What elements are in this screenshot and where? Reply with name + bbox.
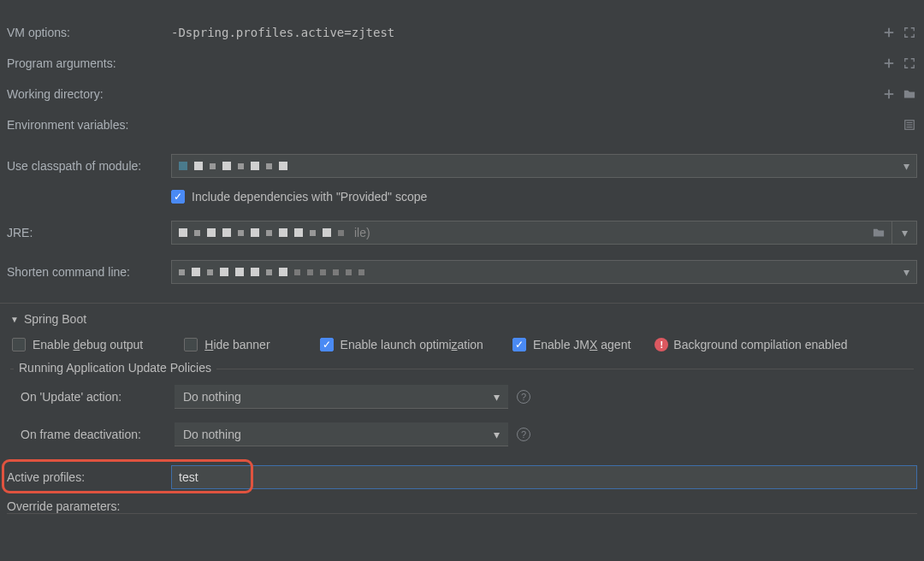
section-title: Spring Boot (24, 312, 86, 326)
add-icon[interactable] (881, 86, 897, 102)
label-classpath-module: Use classpath of module: (7, 159, 171, 173)
row-on-frame-deactivation: On frame deactivation: Do nothing ▾ ? (10, 416, 914, 453)
svg-rect-5 (885, 93, 894, 95)
svg-rect-3 (885, 62, 894, 64)
obscured-value (179, 162, 287, 170)
check-icon (12, 338, 26, 351)
label-on-frame-deactivation: On frame deactivation: (21, 428, 175, 441)
jre-dropdown-button[interactable]: ▾ (891, 221, 917, 245)
check-label: Enable JMX agent (533, 338, 631, 351)
row-shorten-command-line: Shorten command line: ▾ (0, 257, 924, 287)
checkbox-enable-debug-output[interactable]: Enable debug output (12, 338, 143, 351)
label-shorten-command-line: Shorten command line: (7, 265, 171, 279)
warn-label: Background compilation enabled (673, 338, 847, 351)
obscured-value (179, 268, 364, 276)
check-label: Hide banner (204, 338, 270, 351)
row-include-provided: Include dependencies with "Provided" sco… (0, 181, 924, 212)
check-label: Enable launch optimization (341, 338, 483, 351)
classpath-module-dropdown[interactable]: ▾ (171, 154, 917, 178)
check-icon (184, 338, 198, 351)
help-icon[interactable]: ? (517, 428, 530, 441)
expand-icon[interactable] (902, 25, 917, 40)
check-icon (171, 190, 185, 204)
dropdown-value: Do nothing (183, 390, 241, 404)
section-header-spring-boot[interactable]: ▼ Spring Boot (0, 304, 924, 329)
on-update-action-dropdown[interactable]: Do nothing ▾ (175, 385, 508, 409)
checkbox-include-provided[interactable]: Include dependencies with "Provided" sco… (171, 190, 427, 204)
chevron-down-icon: ▾ (903, 159, 909, 173)
label-program-arguments: Program arguments: (7, 56, 171, 70)
environment-variables-input[interactable] (171, 118, 897, 132)
working-directory-input[interactable] (171, 87, 876, 101)
folder-icon[interactable] (902, 86, 917, 102)
shorten-command-line-dropdown[interactable]: ▾ (171, 260, 917, 284)
chevron-down-icon: ▾ (902, 226, 908, 239)
svg-rect-1 (885, 32, 894, 33)
label-vm-options: VM options: (7, 26, 171, 39)
label-active-profiles: Active profiles: (7, 470, 171, 484)
chevron-down-icon: ▾ (494, 428, 500, 441)
checkbox-hide-banner[interactable]: Hide banner (184, 338, 270, 351)
add-icon[interactable] (881, 56, 897, 71)
label-working-directory: Working directory: (7, 87, 171, 101)
label-on-update-action: On 'Update' action: (21, 390, 175, 404)
help-icon[interactable]: ? (517, 390, 530, 404)
fieldset-update-policies: Running Application Update Policies On '… (10, 369, 914, 453)
row-classpath-module: Use classpath of module: ▾ (0, 151, 924, 181)
vm-options-input[interactable] (171, 26, 876, 39)
include-provided-label: Include dependencies with "Provided" sco… (192, 190, 427, 204)
program-arguments-input[interactable] (171, 56, 876, 70)
row-spring-boot-options: Enable debug output Hide banner Enable l… (0, 329, 924, 360)
folder-icon[interactable] (871, 225, 886, 240)
checkbox-enable-launch-optimization[interactable]: Enable launch optimization (320, 338, 483, 351)
label-environment-variables: Environment variables: (7, 118, 171, 132)
expand-icon[interactable] (902, 56, 917, 71)
active-profiles-input[interactable] (171, 465, 917, 489)
fieldset-legend: Running Application Update Policies (14, 361, 216, 375)
row-program-arguments: Program arguments: (0, 48, 924, 79)
row-active-profiles: Active profiles: (0, 465, 924, 489)
label-override-parameters: Override parameters: (7, 499, 120, 513)
jre-input[interactable]: ile) (171, 221, 891, 245)
chevron-down-icon: ▾ (494, 390, 500, 404)
row-override-parameters: Override parameters: (7, 494, 917, 514)
on-frame-deactivation-dropdown[interactable]: Do nothing ▾ (175, 422, 508, 446)
row-jre: JRE: ile) ▾ (0, 217, 924, 248)
warning-background-compilation: ! Background compilation enabled (654, 338, 847, 351)
check-icon (512, 338, 526, 351)
dropdown-value: Do nothing (183, 428, 241, 441)
collapse-triangle-icon: ▼ (10, 315, 19, 324)
chevron-down-icon: ▾ (903, 265, 909, 279)
check-label: Enable debug output (33, 338, 143, 351)
label-jre: JRE: (7, 226, 171, 239)
obscured-value: ile) (179, 226, 370, 239)
checkbox-enable-jmx-agent[interactable]: Enable JMX agent (512, 338, 631, 351)
row-on-update-action: On 'Update' action: Do nothing ▾ ? (10, 378, 914, 416)
check-icon (320, 338, 334, 351)
row-vm-options: VM options: (0, 17, 924, 48)
row-environment-variables: Environment variables: (0, 109, 924, 140)
warning-icon: ! (654, 338, 668, 351)
list-icon[interactable] (902, 117, 917, 133)
add-icon[interactable] (881, 25, 897, 40)
row-working-directory: Working directory: (0, 79, 924, 109)
